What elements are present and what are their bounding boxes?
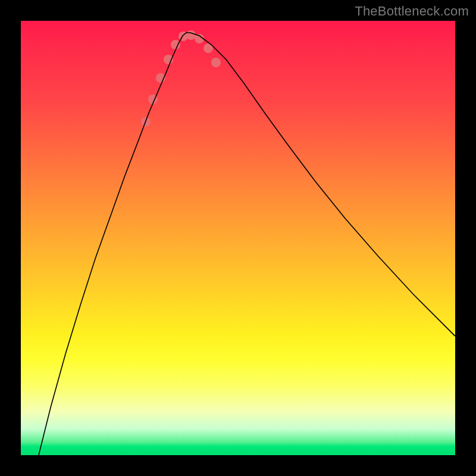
plot-area [21,21,455,455]
highlight-marker [211,58,221,67]
highlight-marker [186,30,196,40]
highlight-marker [171,40,180,49]
curve-path [39,33,455,455]
chart-frame: TheBottleneck.com [0,0,476,476]
watermark-text: TheBottleneck.com [355,4,469,19]
chart-svg [21,21,455,455]
marker-group [141,30,221,127]
